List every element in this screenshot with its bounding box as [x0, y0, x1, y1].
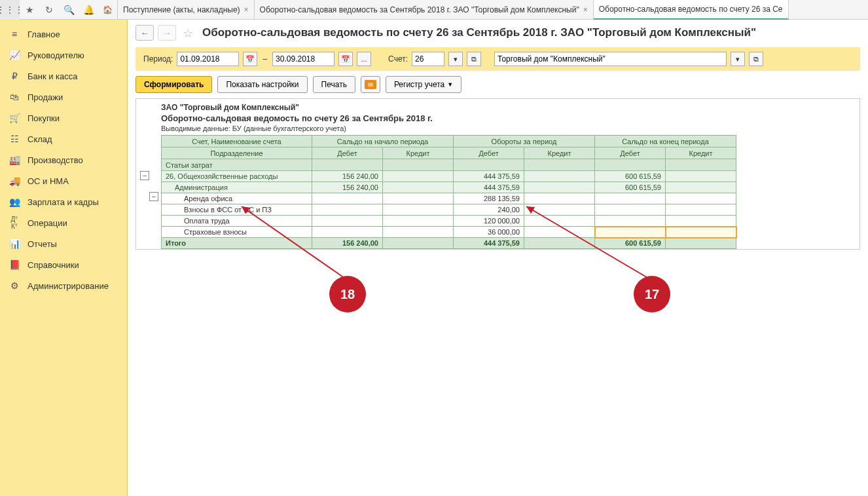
close-icon[interactable]: ×	[244, 5, 249, 14]
dropdown-icon[interactable]: ▾	[731, 52, 745, 66]
date-from-input[interactable]	[177, 52, 239, 66]
collapse-toggle[interactable]: −	[149, 192, 158, 201]
boxes-icon: ☷	[8, 134, 21, 144]
page-title: Оборотно-сальдовая ведомость по счету 26…	[202, 26, 756, 39]
organization-input[interactable]	[494, 52, 727, 66]
sidebar-item-label: Справочники	[27, 260, 79, 270]
sidebar-item-assets[interactable]: 🚚ОС и НМА	[0, 170, 127, 191]
account-label: Счет:	[388, 54, 408, 64]
sidebar-item-label: Администрирование	[27, 281, 109, 291]
back-button[interactable]: ←	[136, 25, 154, 41]
print-button[interactable]: Печать	[313, 76, 355, 93]
col-group-end: Сальдо на конец периода	[595, 136, 736, 147]
account-input[interactable]	[412, 52, 444, 66]
bell-icon[interactable]: 🔔	[79, 0, 98, 20]
table-row[interactable]: Оплата труда120 000,00	[162, 216, 736, 227]
history-icon[interactable]: ↻	[39, 0, 59, 20]
register-button[interactable]: Регистр учета▼	[386, 76, 461, 93]
tab-osv-account[interactable]: Оборотно-сальдовая ведомость по счету 26…	[594, 0, 789, 20]
cell	[383, 227, 454, 238]
total-cell: 600 615,59	[595, 238, 666, 249]
sidebar-item-admin[interactable]: ⚙Администрирование	[0, 275, 127, 296]
cell	[666, 204, 736, 216]
people-icon: 👥	[8, 197, 21, 207]
sidebar-item-main[interactable]: ≡Главное	[0, 24, 127, 45]
sidebar-item-reports[interactable]: 📊Отчеты	[0, 233, 127, 254]
sidebar-item-manager[interactable]: 📈Руководителю	[0, 45, 127, 66]
sidebar-item-label: Зарплата и кадры	[27, 197, 99, 207]
bag-icon: 🛍	[8, 92, 21, 102]
calendar-icon[interactable]: 📅	[338, 52, 353, 66]
sidebar-item-bank[interactable]: ₽Банк и касса	[0, 66, 127, 86]
favorite-icon[interactable]: ☆	[183, 26, 196, 39]
factory-icon: 🏭	[8, 155, 21, 165]
form-button[interactable]: Сформировать	[136, 76, 212, 93]
sidebar-item-refs[interactable]: 📕Справочники	[0, 254, 127, 275]
table-row[interactable]: Взносы в ФСС от НС и ПЗ240,00	[162, 204, 736, 216]
annotation-bubble-17: 17	[634, 276, 670, 313]
collapse-toggle[interactable]: −	[140, 171, 149, 180]
tab-label: Оборотно-сальдовая ведомость по счету 26…	[599, 5, 783, 14]
sidebar-item-label: Операции	[27, 218, 67, 228]
cell	[312, 193, 383, 204]
close-icon[interactable]: ×	[583, 5, 588, 14]
total-cell	[666, 238, 736, 249]
sidebar-item-warehouse[interactable]: ☷Склад	[0, 128, 127, 149]
total-cell: 444 375,59	[454, 238, 524, 249]
row-name: Администрация	[162, 182, 312, 193]
cell	[524, 171, 595, 182]
tab-label: Оборотно-сальдовая ведомость за Сентябрь…	[260, 5, 579, 14]
cell: 444 375,59	[454, 171, 524, 182]
apps-icon[interactable]: ⋮⋮⋮	[0, 0, 20, 20]
show-settings-button[interactable]: Показать настройки	[217, 76, 307, 93]
sidebar-item-operations[interactable]: ДᵀКᵀОперации	[0, 212, 127, 233]
sidebar-item-production[interactable]: 🏭Производство	[0, 149, 127, 170]
cell	[595, 193, 666, 204]
sidebar-item-purchases[interactable]: 🛒Покупки	[0, 107, 127, 128]
report-area[interactable]: − − ЗАО "Торговый дом Комплексный" Оборо…	[128, 98, 868, 496]
sidebar-item-label: Продажи	[27, 92, 63, 102]
forward-button[interactable]: →	[158, 25, 176, 41]
action-bar: Сформировать Показать настройки Печать ✉…	[128, 76, 868, 98]
cell	[666, 193, 736, 204]
top-toolbar: ⋮⋮⋮ ★ ↻ 🔍 🔔 🏠 Поступление (акты, накладн…	[0, 0, 868, 20]
table-row[interactable]: Страховые взносы36 000,00	[162, 227, 736, 238]
home-tab[interactable]: 🏠	[98, 0, 118, 20]
search-icon[interactable]: 🔍	[59, 0, 79, 20]
star-icon[interactable]: ★	[20, 0, 39, 20]
report-table: Счет, Наименование счета Сальдо на начал…	[161, 135, 736, 249]
col-group-start: Сальдо на начало периода	[312, 136, 454, 147]
table-row[interactable]: Аренда офиса288 135,59	[162, 193, 736, 204]
table-row[interactable]: 26, Общехозяйственные расходы156 240,004…	[162, 171, 736, 182]
report-org: ЗАО "Торговый дом Комплексный"	[137, 103, 859, 112]
cell: 156 240,00	[312, 171, 383, 182]
date-to-input[interactable]	[272, 52, 335, 66]
calendar-icon[interactable]: 📅	[243, 52, 257, 66]
open-icon[interactable]: ⧉	[467, 52, 481, 66]
gear-icon: ⚙	[8, 280, 21, 291]
total-cell: 156 240,00	[312, 238, 383, 249]
dropdown-icon[interactable]: ▾	[448, 52, 463, 66]
tab-osv[interactable]: Оборотно-сальдовая ведомость за Сентябрь…	[255, 0, 594, 20]
email-button[interactable]: ✉	[361, 76, 380, 93]
cell	[666, 182, 736, 193]
sidebar-item-hr[interactable]: 👥Зарплата и кадры	[0, 191, 127, 212]
cell: 240,00	[454, 204, 524, 216]
table-row[interactable]: Администрация156 240,00444 375,59600 615…	[162, 182, 736, 193]
report-title: Оборотно-сальдовая ведомость по счету 26…	[137, 112, 859, 124]
chevron-down-icon: ▼	[447, 81, 453, 88]
sidebar-item-sales[interactable]: 🛍Продажи	[0, 86, 127, 107]
period-picker-button[interactable]: ...	[357, 52, 371, 66]
sidebar-item-label: Отчеты	[27, 239, 57, 249]
cell	[312, 227, 383, 238]
cell: 156 240,00	[312, 182, 383, 193]
open-icon[interactable]: ⧉	[749, 52, 763, 66]
tab-label: Поступление (акты, накладные)	[123, 5, 240, 14]
row-name: Оплата труда	[162, 216, 312, 227]
tab-receipts[interactable]: Поступление (акты, накладные) ×	[118, 0, 255, 20]
col-group-turn: Обороты за период	[454, 136, 595, 147]
col-credit: Кредит	[524, 147, 595, 159]
chart-icon: 📈	[8, 50, 21, 60]
cell	[666, 216, 736, 227]
row-name: Взносы в ФСС от НС и ПЗ	[162, 204, 312, 216]
